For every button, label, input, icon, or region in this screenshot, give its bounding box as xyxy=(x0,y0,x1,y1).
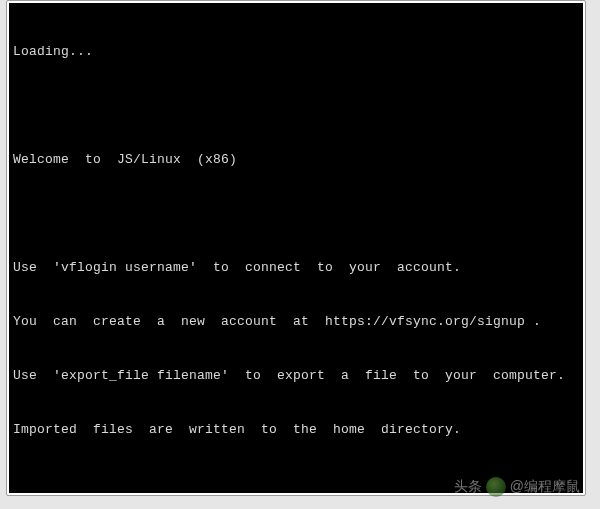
blank-line xyxy=(13,205,579,223)
welcome-line: Welcome to JS/Linux (x86) xyxy=(13,151,579,169)
watermark-avatar-icon xyxy=(486,477,506,497)
help-line-3: Use 'export_file filename' to export a f… xyxy=(13,367,579,385)
blank-line xyxy=(13,97,579,115)
help-line-4: Imported files are written to the home d… xyxy=(13,421,579,439)
watermark: 头条 @编程摩鼠 xyxy=(454,477,580,497)
watermark-text-left: 头条 xyxy=(454,478,482,496)
help-line-2: You can create a new account at https://… xyxy=(13,313,579,331)
loading-line: Loading... xyxy=(13,43,579,61)
help-line-1: Use 'vflogin username' to connect to you… xyxy=(13,259,579,277)
terminal[interactable]: Loading... Welcome to JS/Linux (x86) Use… xyxy=(9,3,583,493)
terminal-window: Loading... Welcome to JS/Linux (x86) Use… xyxy=(6,0,586,496)
watermark-text-right: @编程摩鼠 xyxy=(510,478,580,496)
